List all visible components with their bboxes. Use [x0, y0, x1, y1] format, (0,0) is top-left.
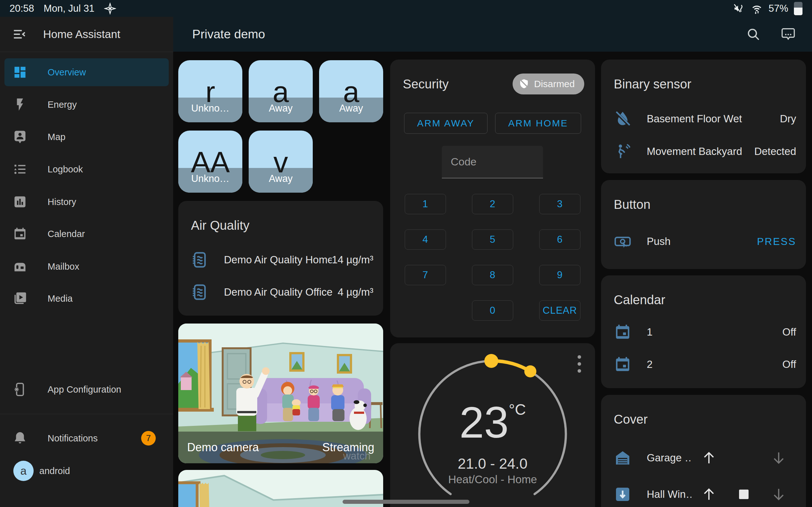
cover-close-button[interactable]: [761, 450, 796, 466]
notification-count-badge: 7: [141, 431, 156, 446]
sidebar-item-calendar[interactable]: Calendar: [4, 220, 169, 248]
sidebar: Home Assistant Overview Energy Map Logbo…: [0, 17, 173, 507]
calendar-icon: [614, 355, 631, 373]
cover-card: Cover Garage … Hall Win…: [601, 395, 806, 507]
motion-sensor-icon: [614, 143, 631, 160]
wifi-icon: [751, 3, 763, 14]
camera-watermark: watch: [343, 450, 370, 462]
keypad-9[interactable]: 9: [539, 265, 580, 285]
water-off-icon: [614, 110, 631, 128]
entity-row[interactable]: Push PRESS: [614, 229, 796, 254]
alarm-code-input[interactable]: [442, 146, 543, 178]
camera-name: Demo camera: [187, 441, 259, 454]
keypad-8[interactable]: 8: [472, 265, 513, 285]
card-title: Air Quality: [191, 218, 250, 233]
entity-row[interactable]: Movement Backyard Detected: [614, 139, 796, 164]
temperature-unit: °C: [509, 401, 526, 418]
keypad-2[interactable]: 2: [472, 194, 513, 214]
camera-card[interactable]: Demo camera Streaming watch: [178, 324, 383, 463]
entity-row[interactable]: Basement Floor Wet Dry: [614, 106, 796, 131]
sidebar-item-history[interactable]: History: [4, 188, 169, 216]
cellphone-cog-icon: [13, 382, 27, 397]
person-badge[interactable]: v Away: [249, 130, 313, 193]
assist-chat-icon[interactable]: [781, 27, 796, 42]
entity-row[interactable]: Demo Air Quality Home 14 µg/m³: [191, 247, 373, 273]
arm-away-button[interactable]: ARM AWAY: [404, 113, 488, 134]
keypad-clear[interactable]: CLEAR: [539, 300, 580, 321]
sidebar-item-logbook[interactable]: Logbook: [4, 155, 169, 183]
sidebar-header: Home Assistant: [0, 17, 173, 52]
sidebar-item-map[interactable]: Map: [4, 123, 169, 151]
view-dashboard-icon: [13, 65, 27, 79]
keypad-7[interactable]: 7: [405, 265, 446, 285]
button-card: Button Push PRESS: [601, 180, 806, 269]
cover-close-button[interactable]: [761, 486, 796, 503]
keypad-0[interactable]: 0: [472, 300, 513, 321]
menu-toggle-icon[interactable]: [12, 27, 27, 42]
air-filter-icon: [191, 283, 209, 301]
mailbox-icon: [13, 259, 27, 274]
search-icon[interactable]: [746, 27, 761, 42]
air-quality-card: Air Quality Demo Air Quality Home 14 µg/…: [178, 201, 383, 316]
gesture-tap-button-icon: [614, 233, 631, 250]
sidebar-item-overview[interactable]: Overview: [4, 58, 169, 86]
more-options-icon[interactable]: [577, 355, 581, 373]
cover-stop-button[interactable]: [726, 490, 761, 499]
format-list-icon: [13, 162, 27, 176]
sidebar-item-energy[interactable]: Energy: [4, 91, 169, 118]
press-button[interactable]: PRESS: [757, 236, 796, 247]
cover-open-button[interactable]: [692, 486, 726, 503]
keypad-3[interactable]: 3: [539, 194, 580, 214]
person-badge[interactable]: a Away: [249, 60, 313, 122]
shield-off-icon: [518, 78, 530, 90]
entity-row[interactable]: 1 Off: [614, 320, 796, 345]
entity-row[interactable]: Garage …: [614, 445, 796, 470]
card-title: Binary sensor: [614, 77, 692, 91]
cover-open-button[interactable]: [692, 450, 726, 466]
sidebar-item-notifications[interactable]: Notifications 7: [4, 424, 169, 452]
card-title: Button: [614, 198, 651, 212]
person-badge[interactable]: AA Unkno…: [178, 130, 242, 193]
keypad-1[interactable]: 1: [405, 194, 446, 214]
bell-icon: [13, 431, 27, 446]
keypad-4[interactable]: 4: [405, 229, 446, 250]
user-avatar: a: [13, 461, 34, 481]
sidebar-item-media[interactable]: Media: [4, 285, 169, 313]
status-date: Mon, Jul 31: [44, 3, 95, 14]
entity-row[interactable]: Demo Air Quality Office 4 µg/m³: [191, 279, 373, 305]
lightning-bolt-icon: [13, 97, 27, 112]
gesture-pill[interactable]: [343, 500, 469, 504]
battery-icon: [794, 2, 803, 15]
sidebar-item-app-configuration[interactable]: App Configuration: [4, 376, 169, 403]
entity-row[interactable]: Hall Win…: [614, 482, 796, 507]
calendar-icon: [13, 227, 27, 241]
alarm-state-badge[interactable]: Disarmed: [513, 73, 584, 95]
status-time: 20:58: [9, 3, 34, 14]
keypad-5[interactable]: 5: [472, 229, 513, 250]
battery-percent: 57%: [768, 3, 788, 14]
person-badge[interactable]: a Away: [319, 60, 383, 122]
arm-home-button[interactable]: ARM HOME: [495, 113, 581, 134]
hvac-mode-label: Heat/Cool - Home: [390, 473, 595, 486]
person-badge[interactable]: r Unkno…: [178, 60, 242, 122]
calendar-icon: [614, 323, 631, 341]
sidebar-item-mailbox[interactable]: Mailbox: [4, 252, 169, 280]
target-temperature-range: 21.0 - 24.0: [390, 455, 595, 472]
alarm-keypad: 1 2 3 4 5 6 7 8 9 0 CLEAR: [405, 194, 580, 321]
thermostat-card[interactable]: 23°C 21.0 - 24.0 Heat/Cool - Home: [390, 343, 595, 507]
card-title: Calendar: [614, 293, 665, 307]
entity-row[interactable]: 2 Off: [614, 352, 796, 377]
calendar-card: Calendar 1 Off 2 Off: [601, 275, 806, 388]
sidebar-item-user[interactable]: a android: [4, 457, 169, 485]
card-title: Cover: [614, 412, 648, 427]
app-title: Home Assistant: [43, 28, 120, 41]
air-filter-icon: [191, 251, 209, 269]
home-assistant-screen: 20:58 Mon, Jul 31 57%: [0, 0, 812, 507]
play-box-multiple-icon: [13, 291, 27, 306]
app-bar: Private demo: [173, 17, 812, 52]
keypad-6[interactable]: 6: [539, 229, 580, 250]
binary-sensor-card: Binary sensor Basement Floor Wet Dry Mov…: [601, 60, 806, 173]
chart-box-icon: [13, 194, 27, 209]
dashboard-title: Private demo: [192, 27, 746, 41]
card-title: Security: [403, 77, 449, 91]
